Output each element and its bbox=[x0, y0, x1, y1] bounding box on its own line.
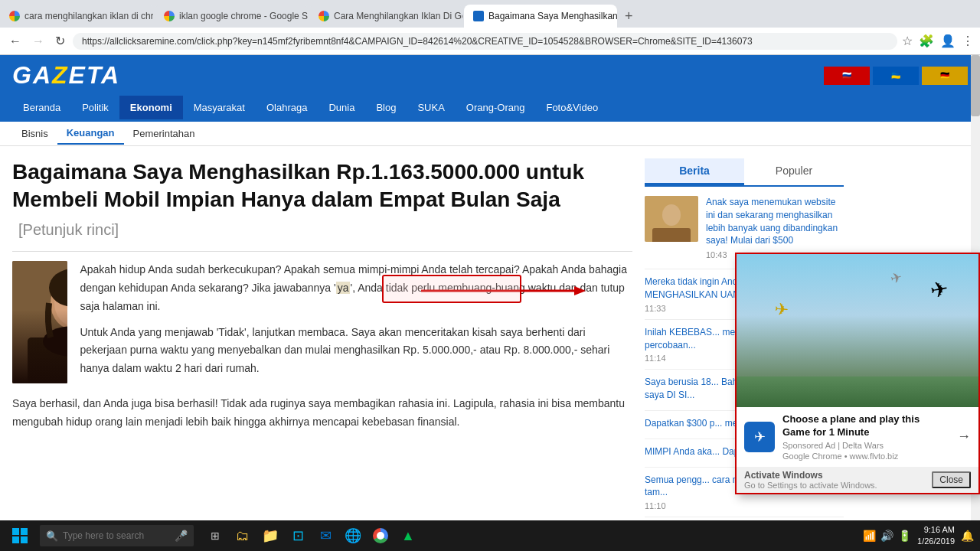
ad-title: Choose a plane and play this Game for 1 … bbox=[782, 413, 949, 439]
detail-link[interactable]: [Petunjuk rinci] bbox=[18, 221, 119, 238]
nav-dunia[interactable]: Dunia bbox=[318, 96, 365, 119]
address-input[interactable] bbox=[73, 33, 897, 50]
forward-button[interactable]: → bbox=[29, 33, 47, 50]
address-bar-row: ← → ↻ ☆ 🧩 👤 ⋮ bbox=[0, 28, 980, 55]
tab-2-icon bbox=[164, 11, 175, 21]
tab-1-label: cara menghilangkan iklan di chr... bbox=[24, 11, 153, 21]
svg-point-7 bbox=[662, 204, 681, 226]
menu-icon[interactable]: ⋮ bbox=[962, 34, 974, 48]
nav-masyarakat[interactable]: Masyarakat bbox=[183, 96, 256, 119]
toolbar-icons: ☆ 🧩 👤 ⋮ bbox=[902, 34, 974, 48]
nav-beranda[interactable]: Beranda bbox=[12, 96, 71, 119]
svg-rect-3 bbox=[28, 337, 67, 383]
ground bbox=[737, 377, 978, 407]
tab-2[interactable]: iklan google chrome - Google S... ✕ bbox=[155, 5, 308, 28]
site-logo: GAZETA bbox=[12, 58, 120, 93]
taskbar-app-mail[interactable]: ✉ bbox=[313, 523, 338, 548]
nav-suka[interactable]: SUKA bbox=[407, 96, 455, 119]
tab-3-icon bbox=[318, 11, 329, 21]
taskbar-app-explorer[interactable]: 📁 bbox=[258, 523, 283, 548]
taskbar-app-green[interactable]: ▲ bbox=[396, 523, 420, 548]
sub-nav-keuangan[interactable]: Keuangan bbox=[57, 122, 124, 145]
article-para2: Untuk Anda yang menjawab 'Tidak', lanjut… bbox=[80, 324, 632, 378]
taskbar-right: 📶 🔊 🔋 9:16 AM 1/26/2019 🔔 bbox=[863, 524, 974, 548]
tab-4-favicon bbox=[473, 11, 484, 21]
nav-orang-orang[interactable]: Orang-Orang bbox=[456, 96, 536, 119]
search-input[interactable] bbox=[63, 530, 170, 541]
ad-expand-button[interactable]: → bbox=[957, 429, 971, 445]
ad-sponsor: Sponsored Ad | Delta Wars bbox=[782, 441, 949, 450]
sub-nav: Bisnis Keuangan Pemerintahan bbox=[0, 122, 980, 146]
back-button[interactable]: ← bbox=[6, 33, 24, 50]
ad-close-button[interactable]: Close bbox=[932, 471, 971, 488]
article: Bagaimana Saya Menghasilkan Rp.1.163.500… bbox=[12, 158, 632, 520]
taskbar-app-files[interactable]: 🗂 bbox=[230, 523, 255, 548]
tab-2-label: iklan google chrome - Google S... bbox=[179, 11, 308, 21]
svg-point-4 bbox=[43, 326, 67, 357]
sidebar-news-time-5: 11:10 bbox=[645, 501, 844, 510]
article-para1: Apakah hidup Anda sudah berkecukupan? Ap… bbox=[80, 261, 632, 315]
sidebar-tabs: Berita Populer bbox=[645, 158, 844, 187]
taskbar-app-store[interactable]: ⊡ bbox=[286, 523, 310, 548]
ad-video-area: ✈ ✈ ✈ bbox=[737, 254, 978, 407]
ad-bottom-bar: ✈ Choose a plane and play this Game for … bbox=[737, 407, 978, 467]
sidebar-featured: Anak saya menemukan website ini dan seka… bbox=[645, 196, 844, 259]
sidebar-featured-title[interactable]: Anak saya menemukan website ini dan seka… bbox=[706, 196, 844, 247]
ad-plane-scene: ✈ ✈ ✈ bbox=[737, 254, 978, 407]
scroll-thumb[interactable] bbox=[971, 55, 980, 116]
nav-blog[interactable]: Blog bbox=[365, 96, 407, 119]
tab-1[interactable]: cara menghilangkan iklan di chr... ✕ bbox=[0, 5, 153, 28]
article-title: Bagaimana Saya Menghasilkan Rp.1.163.500… bbox=[12, 158, 632, 242]
site-header: GAZETA 🇷🇺 🇺🇦 🇩🇪 bbox=[0, 55, 980, 93]
taskbar-app-view[interactable]: ⊞ bbox=[203, 523, 227, 548]
sidebar-tab-berita[interactable]: Berita bbox=[645, 158, 744, 185]
header-ad-area: 🇷🇺 🇺🇦 🇩🇪 bbox=[824, 67, 968, 85]
clock-date: 1/26/2019 bbox=[917, 536, 955, 547]
plane3-icon: ✈ bbox=[888, 268, 903, 287]
reload-button[interactable]: ↻ bbox=[52, 32, 68, 50]
windows-logo bbox=[12, 528, 28, 543]
tab-4[interactable]: Bagaimana Saya Menghasilkan R... ✕ bbox=[464, 5, 617, 28]
profile-icon[interactable]: 👤 bbox=[940, 34, 956, 48]
volume-icon[interactable]: 🔊 bbox=[880, 530, 893, 542]
extensions-icon[interactable]: 🧩 bbox=[919, 34, 934, 48]
nav-ekonomi[interactable]: Ekonomi bbox=[119, 96, 183, 119]
plane2-icon: ✈ bbox=[774, 299, 789, 320]
tab-1-icon bbox=[9, 11, 20, 21]
article-divider bbox=[12, 251, 632, 252]
ad-text-block: Choose a plane and play this Game for 1 … bbox=[782, 413, 949, 461]
network-icon[interactable]: 📶 bbox=[863, 530, 876, 542]
tab-4-label: Bagaimana Saya Menghasilkan R... bbox=[488, 11, 617, 21]
clock[interactable]: 9:16 AM 1/26/2019 bbox=[917, 524, 955, 548]
start-button[interactable] bbox=[6, 522, 34, 549]
nav-foto[interactable]: Foto&Video bbox=[535, 96, 609, 119]
bookmark-icon[interactable]: ☆ bbox=[902, 34, 913, 48]
sub-nav-bisnis[interactable]: Bisnis bbox=[12, 123, 57, 144]
ad-source: Google Chrome • www.flvto.biz bbox=[782, 452, 949, 461]
taskbar-apps: ⊞ 🗂 📁 ⊡ ✉ 🌐 ▲ bbox=[203, 523, 420, 548]
sidebar-featured-content: Anak saya menemukan website ini dan seka… bbox=[706, 196, 844, 259]
notification-button[interactable]: 🔔 bbox=[961, 530, 974, 542]
ad-activate-bar: Activate Windows Go to Settings to activ… bbox=[737, 467, 978, 493]
article-body: Apakah hidup Anda sudah berkecukupan? Ap… bbox=[12, 261, 632, 386]
search-icon: 🔍 bbox=[46, 530, 58, 542]
ad-game-icon: ✈ bbox=[744, 422, 775, 452]
taskbar-app-edge[interactable]: 🌐 bbox=[341, 523, 365, 548]
sub-nav-pemerintahan[interactable]: Pemerintahan bbox=[124, 123, 204, 144]
svg-rect-8 bbox=[652, 228, 691, 242]
sidebar-tab-populer[interactable]: Populer bbox=[744, 158, 844, 185]
browser-chrome: cara menghilangkan iklan di chr... ✕ ikl… bbox=[0, 0, 980, 55]
nav-politik[interactable]: Politik bbox=[71, 96, 119, 119]
taskbar-search[interactable]: 🔍 🎤 bbox=[40, 525, 194, 546]
tab-3-label: Cara Menghilangkan Iklan Di Go... bbox=[334, 11, 462, 21]
flag-ua: 🇺🇦 bbox=[873, 67, 919, 85]
flag-de: 🇩🇪 bbox=[922, 67, 968, 85]
flag-ru: 🇷🇺 bbox=[824, 67, 870, 85]
tab-bar: cara menghilangkan iklan di chr... ✕ ikl… bbox=[0, 0, 980, 28]
tab-3[interactable]: Cara Menghilangkan Iklan Di Go... ✕ bbox=[309, 5, 462, 28]
taskbar-app-chrome[interactable] bbox=[368, 523, 393, 548]
mic-icon[interactable]: 🎤 bbox=[175, 530, 188, 542]
new-tab-button[interactable]: + bbox=[619, 5, 639, 28]
battery-icon[interactable]: 🔋 bbox=[898, 530, 911, 542]
nav-olahraga[interactable]: Olahraga bbox=[256, 96, 318, 119]
